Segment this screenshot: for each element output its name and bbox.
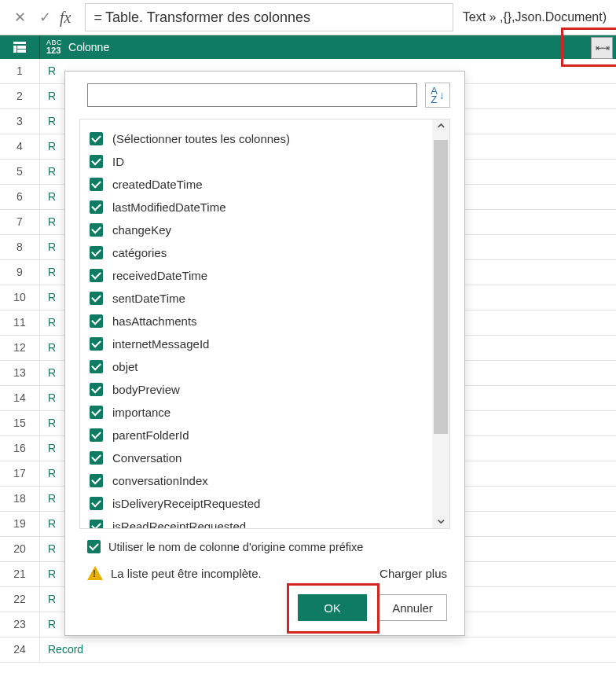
row-number[interactable]: 10 [0, 285, 40, 310]
column-option-label: importance [112, 406, 170, 419]
row-number[interactable]: 9 [0, 260, 40, 285]
column-option[interactable]: bodyPreview [86, 378, 443, 401]
column-option-label: internetMessageId [112, 337, 209, 351]
prefix-checkbox[interactable] [87, 540, 101, 553]
column-option-label: isReadReceiptRequested [112, 520, 246, 528]
cell-value[interactable]: Record [40, 637, 616, 662]
column-checkbox[interactable] [90, 178, 103, 191]
column-option-label: isDeliveryReceiptRequested [112, 497, 260, 510]
column-search-input[interactable] [87, 83, 417, 107]
column-option-label: bodyPreview [112, 383, 180, 396]
cancel-button[interactable]: Annuler [378, 594, 447, 621]
row-number[interactable]: 24 [0, 637, 40, 662]
column-header-colonne[interactable]: ABC 123 Colonne ⇤⇥ [40, 35, 616, 59]
scroll-track[interactable] [432, 140, 449, 508]
column-option-label: receivedDateTime [112, 269, 207, 282]
row-number[interactable]: 18 [0, 487, 40, 511]
row-number[interactable]: 8 [0, 235, 40, 259]
column-checkbox[interactable] [90, 520, 103, 528]
column-option[interactable]: isDeliveryReceiptRequested [86, 492, 443, 515]
column-option[interactable]: (Sélectionner toutes les colonnes) [86, 127, 443, 150]
row-number[interactable]: 7 [0, 210, 40, 234]
column-checkbox[interactable] [90, 200, 103, 214]
column-option[interactable]: Conversation [86, 446, 443, 469]
column-checkbox[interactable] [90, 497, 103, 510]
sort-down-arrow-icon: ↓ [439, 89, 445, 101]
column-option[interactable]: sentDateTime [86, 287, 443, 310]
column-option[interactable]: internetMessageId [86, 332, 443, 355]
row-number[interactable]: 15 [0, 411, 40, 435]
select-all-corner[interactable] [0, 35, 40, 59]
column-option[interactable]: conversationIndex [86, 469, 443, 492]
column-option-label: changeKey [112, 223, 171, 237]
column-checkbox[interactable] [90, 337, 103, 351]
row-number[interactable]: 19 [0, 512, 40, 536]
row-number[interactable]: 4 [0, 134, 40, 159]
column-checkbox[interactable] [90, 428, 103, 442]
column-checkbox[interactable] [90, 155, 103, 168]
column-option-label: conversationIndex [112, 474, 208, 487]
column-list: (Sélectionner toutes les colonnes)IDcrea… [80, 119, 449, 528]
column-checkbox[interactable] [90, 223, 103, 237]
row-number[interactable]: 14 [0, 386, 40, 410]
row-number[interactable]: 17 [0, 461, 40, 486]
column-option[interactable]: receivedDateTime [86, 264, 443, 287]
row-number[interactable]: 13 [0, 361, 40, 385]
column-option-label: objet [112, 360, 138, 373]
accept-formula-icon[interactable]: ✓ [35, 7, 55, 28]
row-number[interactable]: 20 [0, 537, 40, 561]
row-number[interactable]: 11 [0, 310, 40, 335]
formula-prefix: = [94, 9, 102, 26]
column-option[interactable]: objet [86, 355, 443, 378]
column-option-label: lastModifiedDateTime [112, 200, 226, 214]
scroll-up-icon[interactable]: ⌃ [432, 119, 449, 140]
scrollbar[interactable]: ⌃ ⌄ [432, 119, 449, 528]
row-number[interactable]: 12 [0, 336, 40, 360]
warning-icon [87, 566, 103, 580]
sort-az-button[interactable]: AZ ↓ [425, 83, 450, 108]
row-number[interactable]: 5 [0, 160, 40, 184]
scroll-thumb[interactable] [434, 140, 448, 434]
column-option[interactable]: lastModifiedDateTime [86, 196, 443, 219]
column-checkbox[interactable] [90, 451, 103, 465]
ok-button[interactable]: OK [298, 594, 367, 621]
column-checkbox[interactable] [90, 406, 103, 419]
column-option[interactable]: importance [86, 401, 443, 424]
column-checkbox[interactable] [90, 292, 103, 305]
column-option[interactable]: parentFolderId [86, 424, 443, 446]
column-option[interactable]: changeKey [86, 219, 443, 241]
row-number[interactable]: 2 [0, 84, 40, 108]
column-checkbox[interactable] [90, 360, 103, 373]
row-number[interactable]: 6 [0, 185, 40, 209]
prefix-option-row[interactable]: Utiliser le nom de colonne d'origine com… [65, 529, 464, 558]
type-icon: ABC 123 [46, 39, 62, 55]
column-option[interactable]: isReadReceiptRequested [86, 515, 443, 528]
row-number[interactable]: 22 [0, 587, 40, 612]
row-number[interactable]: 23 [0, 612, 40, 637]
scroll-down-icon[interactable]: ⌄ [432, 508, 449, 528]
load-more-link[interactable]: Charger plus [380, 567, 447, 580]
expand-column-button[interactable]: ⇤⇥ [591, 37, 613, 59]
expand-arrows-icon: ⇤⇥ [596, 42, 608, 53]
table-icon [13, 42, 26, 53]
fx-label: fx [60, 9, 71, 27]
row-number[interactable]: 21 [0, 562, 40, 586]
column-checkbox[interactable] [90, 269, 103, 282]
cancel-formula-icon[interactable]: ✕ [9, 7, 30, 28]
row-number[interactable]: 16 [0, 436, 40, 461]
column-option-label: sentDateTime [112, 292, 185, 305]
column-checkbox[interactable] [90, 314, 103, 328]
column-checkbox[interactable] [90, 474, 103, 487]
column-option[interactable]: createdDateTime [86, 173, 443, 196]
row-number[interactable]: 3 [0, 109, 40, 134]
column-option[interactable]: catégories [86, 241, 443, 264]
column-checkbox[interactable] [90, 246, 103, 259]
column-option[interactable]: ID [86, 150, 443, 173]
formula-input[interactable]: = Table. Transformer des colonnes [85, 3, 453, 31]
column-checkbox[interactable] [90, 383, 103, 396]
table-row[interactable]: 24Record [0, 637, 616, 663]
header-row: ABC 123 Colonne ⇤⇥ [0, 35, 616, 59]
row-number[interactable]: 1 [0, 59, 40, 83]
column-checkbox[interactable] [90, 132, 103, 145]
column-option[interactable]: hasAttachments [86, 310, 443, 332]
